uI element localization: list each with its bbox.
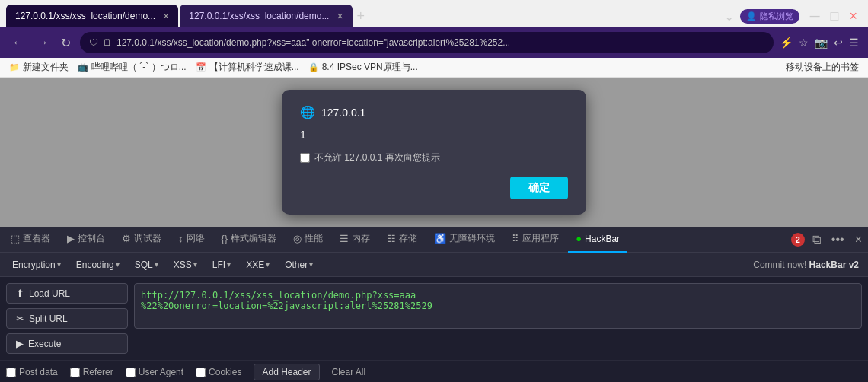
bookmark-ipsec[interactable]: 🔒 8.4 IPSec VPN原理与... — [308, 61, 418, 74]
storage-icon: ☷ — [387, 233, 396, 244]
dt-tab-hackbar[interactable]: ● HackBar — [568, 227, 627, 253]
bookmark-new-folder[interactable]: 📁 新建文件夹 — [9, 61, 69, 74]
clear-all-button[interactable]: Clear All — [332, 367, 366, 377]
user-agent-checkbox-wrap[interactable]: User Agent — [126, 367, 183, 377]
alert-dialog: 🌐 127.0.0.1 1 不允许 127.0.0.1 再次向您提示 确定 — [282, 90, 586, 215]
minimize-button[interactable]: ─ — [806, 8, 825, 24]
post-data-checkbox[interactable] — [6, 368, 16, 377]
tab-list-expand[interactable]: ⌄ — [724, 9, 734, 24]
debugger-icon: ⚙ — [122, 233, 131, 244]
dt-tab-debugger[interactable]: ⚙ 调试器 — [114, 227, 169, 253]
extensions-button[interactable]: ⚡ — [780, 37, 793, 49]
browser-viewport: 🌐 127.0.0.1 1 不允许 127.0.0.1 再次向您提示 确定 — [0, 78, 868, 227]
bookmark-cs-course[interactable]: 📅 【计算机科学速成课... — [196, 61, 299, 74]
other-label: Other — [285, 259, 308, 270]
application-icon: ⠿ — [512, 233, 519, 244]
hackbar-menu: Encryption ▾ Encoding ▾ SQL ▾ XSS ▾ LFI … — [0, 253, 868, 277]
bookmark-ipsec-label: 8.4 IPSec VPN原理与... — [322, 61, 418, 74]
hackbar-menu-encryption[interactable]: Encryption ▾ — [6, 258, 67, 272]
mask-icon: 👤 — [746, 11, 757, 21]
post-data-checkbox-wrap[interactable]: Post data — [6, 367, 58, 377]
hackbar-url-area: http://127.0.0.1/xss/xss_location/demo.p… — [134, 283, 862, 354]
address-text: 127.0.0.1/xss/xss_location/demo.php?xss=… — [116, 37, 764, 48]
user-agent-label: User Agent — [139, 367, 183, 377]
user-agent-checkbox[interactable] — [126, 368, 136, 377]
alert-domain: 127.0.0.1 — [321, 107, 365, 119]
bookmark-bilibili[interactable]: 📺 哔哩哔哩（ ´-` ）つロ... — [78, 61, 187, 74]
dt-tab-inspector[interactable]: ⬚ 查看器 — [3, 227, 58, 253]
close-button[interactable]: × — [844, 8, 862, 24]
hackbar-menu-other[interactable]: Other ▾ — [279, 258, 319, 272]
post-data-label: Post data — [19, 367, 58, 377]
alert-ok-button[interactable]: 确定 — [510, 177, 568, 199]
back-button[interactable]: ← — [9, 36, 27, 49]
devtools-more-button[interactable]: ••• — [828, 233, 847, 247]
forward-button[interactable]: → — [34, 36, 52, 49]
xxe-label: XXE — [246, 259, 264, 270]
dt-tab-performance[interactable]: ◎ 性能 — [286, 227, 330, 253]
dt-tab-application[interactable]: ⠿ 应用程序 — [504, 227, 566, 253]
alert-header: 🌐 127.0.0.1 — [300, 105, 568, 119]
new-tab-button[interactable]: + — [357, 8, 365, 24]
commit-now-text: Commit now! — [753, 259, 806, 270]
dt-tab-storage-label: 存储 — [399, 232, 417, 245]
cookies-checkbox[interactable] — [196, 368, 206, 377]
sync-button[interactable]: ↩ — [834, 37, 843, 49]
tab-1-close[interactable]: × — [163, 10, 169, 22]
dt-tab-memory-label: 内存 — [352, 232, 370, 245]
tab-1[interactable]: 127.0.0.1/xss/xss_location/demo... × — [6, 5, 178, 27]
maximize-button[interactable]: □ — [826, 8, 844, 24]
dt-tab-console[interactable]: ▶ 控制台 — [59, 227, 113, 253]
dt-tab-style-editor[interactable]: {} 样式编辑器 — [214, 227, 285, 253]
hackbar-body: ⬆ Load URL ✂ Split URL ▶ Execute http://… — [0, 277, 868, 360]
screenshot-button[interactable]: 📷 — [815, 37, 828, 49]
dt-tab-accessibility-label: 无障碍环境 — [449, 232, 495, 245]
referer-checkbox-wrap[interactable]: Referer — [70, 367, 113, 377]
hackbar-menu-xxe[interactable]: XXE ▾ — [240, 258, 276, 272]
add-header-button[interactable]: Add Header — [254, 364, 319, 380]
hackbar-menu-sql[interactable]: SQL ▾ — [129, 258, 164, 272]
devtools-tabs: ⬚ 查看器 ▶ 控制台 ⚙ 调试器 ↕ 网络 {} 样式编辑器 ◎ 性能 ☰ 内… — [0, 227, 868, 253]
hackbar-menu-xss[interactable]: XSS ▾ — [168, 258, 203, 272]
console-icon: ▶ — [67, 233, 75, 244]
address-icons: ⚡ ☆ 📷 ↩ ☰ — [780, 37, 859, 49]
hackbar-menu-encoding[interactable]: Encoding ▾ — [70, 258, 126, 272]
dt-tab-memory[interactable]: ☰ 内存 — [332, 227, 378, 253]
lfi-label: LFI — [212, 259, 225, 270]
alert-checkbox[interactable] — [300, 153, 310, 163]
dt-tab-storage[interactable]: ☷ 存储 — [379, 227, 425, 253]
dt-tab-console-label: 控制台 — [78, 232, 105, 245]
hackbar-actions: ⬆ Load URL ✂ Split URL ▶ Execute — [6, 283, 128, 354]
ipsec-icon: 🔒 — [308, 62, 319, 72]
bookmarks-bar: 📁 新建文件夹 📺 哔哩哔哩（ ´-` ）つロ... 📅 【计算机科学速成课..… — [0, 58, 868, 78]
page-icon: 🗒 — [103, 37, 112, 48]
alert-checkbox-row[interactable]: 不允许 127.0.0.1 再次向您提示 — [300, 151, 568, 164]
menu-button[interactable]: ☰ — [849, 37, 859, 49]
performance-icon: ◎ — [293, 233, 302, 244]
dt-tab-accessibility[interactable]: ♿ 无障碍环境 — [426, 227, 503, 253]
lfi-arrow: ▾ — [227, 260, 231, 269]
hackbar-url-input[interactable]: http://127.0.0.1/xss/xss_location/demo.p… — [134, 283, 862, 329]
devtools-close-button[interactable]: × — [852, 233, 865, 247]
shield-icon: 🛡 — [89, 37, 98, 48]
dt-tab-hackbar-label: HackBar — [585, 234, 620, 244]
hackbar-version: HackBar v2 — [809, 259, 859, 270]
reload-button[interactable]: ↻ — [58, 36, 74, 50]
tab-2-close[interactable]: × — [337, 10, 343, 22]
dt-tab-network[interactable]: ↕ 网络 — [171, 227, 212, 253]
devtools-responsive-button[interactable]: ⧉ — [809, 233, 824, 247]
bookmark-button[interactable]: ☆ — [799, 37, 809, 49]
hackbar-menu-lfi[interactable]: LFI ▾ — [206, 258, 237, 272]
dt-tab-inspector-label: 查看器 — [23, 232, 50, 245]
execute-button[interactable]: ▶ Execute — [6, 333, 128, 354]
address-input-wrap[interactable]: 🛡 🗒 127.0.0.1/xss/xss_location/demo.php?… — [80, 32, 774, 53]
cookies-label: Cookies — [209, 367, 241, 377]
referer-checkbox[interactable] — [70, 368, 80, 377]
split-url-button[interactable]: ✂ Split URL — [6, 308, 128, 329]
bilibili-icon: 📺 — [78, 62, 88, 72]
hackbar-footer: Post data Referer User Agent Cookies Add… — [0, 360, 868, 382]
tab-2[interactable]: 127.0.0.1/xss/xss_location/demo... × — [180, 5, 352, 27]
load-url-button[interactable]: ⬆ Load URL — [6, 283, 128, 304]
private-badge: 👤 隐私浏览 — [740, 9, 799, 24]
cookies-checkbox-wrap[interactable]: Cookies — [196, 367, 241, 377]
